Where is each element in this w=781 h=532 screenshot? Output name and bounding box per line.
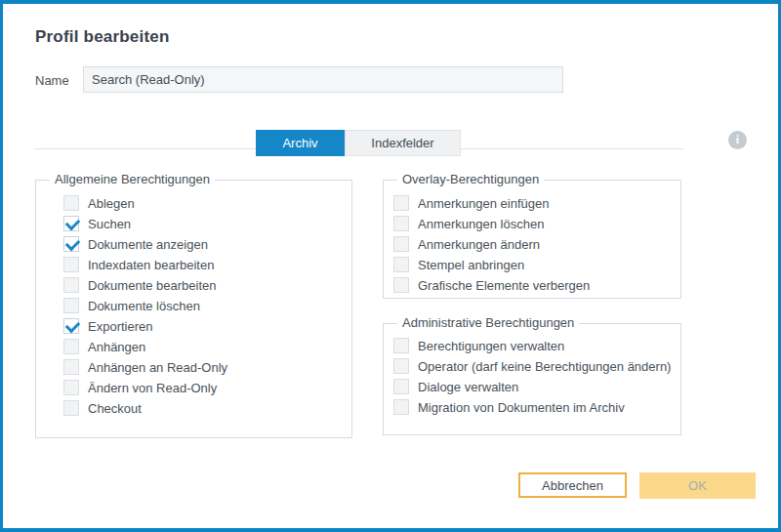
checkbox[interactable] xyxy=(63,400,79,416)
dialog-title: Profil bearbeiten xyxy=(35,27,170,47)
checkbox[interactable] xyxy=(393,277,409,293)
group-overlay-permissions: Overlay-Berechtigungen Anmerkungen einfü… xyxy=(383,180,681,299)
checkbox-row[interactable]: Operator (darf keine Berechtigungen ände… xyxy=(384,356,675,377)
group-legend: Allgemeine Berechtigungen xyxy=(50,172,215,186)
checkbox[interactable] xyxy=(393,257,409,272)
checkbox-row[interactable]: Dokumente bearbeiten xyxy=(54,275,346,296)
group-general-permissions: Allgemeine Berechtigungen Ablegen Suchen… xyxy=(35,180,352,438)
checkbox[interactable] xyxy=(393,195,409,211)
checkbox-label: Checkout xyxy=(88,401,142,416)
checkbox[interactable] xyxy=(63,216,79,231)
checkbox[interactable] xyxy=(63,277,79,293)
checkbox-label: Exportieren xyxy=(88,319,152,334)
checkbox-row[interactable]: Suchen xyxy=(54,214,346,234)
info-icon-glyph: i xyxy=(736,133,739,147)
checkbox-label: Anmerkungen ändern xyxy=(418,237,540,252)
group-legend: Administrative Berechtigungen xyxy=(397,315,579,330)
cancel-button[interactable]: Abbrechen xyxy=(518,472,627,498)
checkbox-list-administrative: Berechtigungen verwalten Operator (darf … xyxy=(384,336,675,418)
checkbox-label: Grafische Elemente verbergen xyxy=(418,278,590,293)
checkbox-list-overlay: Anmerkungen einfügen Anmerkungen löschen… xyxy=(384,193,675,296)
checkbox[interactable] xyxy=(393,216,409,231)
checkbox-label: Dialoge verwalten xyxy=(418,380,518,394)
checkbox-label: Indexdaten bearbeiten xyxy=(88,258,214,272)
checkbox[interactable] xyxy=(393,379,409,394)
checkbox[interactable] xyxy=(63,380,79,395)
checkbox[interactable] xyxy=(63,195,79,211)
checkbox[interactable] xyxy=(63,318,79,334)
checkbox-row[interactable]: Anhängen xyxy=(54,337,346,357)
tab-archiv[interactable]: Archiv xyxy=(256,130,345,156)
checkbox[interactable] xyxy=(393,338,409,353)
checkbox-label: Anmerkungen einfügen xyxy=(418,196,549,211)
checkbox-label: Anhängen xyxy=(88,340,145,354)
checkbox-row[interactable]: Indexdaten bearbeiten xyxy=(54,255,346,275)
checkbox-list-general: Ablegen Suchen Dokumente anzeigen Indexd… xyxy=(54,193,346,419)
checkbox-row[interactable]: Berechtigungen verwalten xyxy=(384,336,675,356)
checkbox-row[interactable]: Dokumente löschen xyxy=(54,296,346,316)
checkbox-row[interactable]: Dokumente anzeigen xyxy=(54,234,346,255)
checkbox-label: Ablegen xyxy=(88,196,135,211)
checkbox[interactable] xyxy=(393,236,409,252)
checkbox-row[interactable]: Ändern von Read-Only xyxy=(54,378,346,398)
checkbox[interactable] xyxy=(63,257,79,272)
checkbox-label: Migration von Dokumenten im Archiv xyxy=(418,400,625,415)
checkbox-label: Dokumente anzeigen xyxy=(88,237,208,252)
checkbox-row[interactable]: Anmerkungen einfügen xyxy=(384,193,675,214)
checkbox[interactable] xyxy=(63,359,79,375)
name-input[interactable] xyxy=(83,66,563,93)
checkbox-row[interactable]: Migration von Dokumenten im Archiv xyxy=(384,397,675,418)
checkbox-row[interactable]: Checkout xyxy=(54,398,346,419)
tab-indexfelder[interactable]: Indexfelder xyxy=(345,130,461,156)
checkbox-row[interactable]: Anmerkungen ändern xyxy=(384,234,675,255)
checkbox-label: Suchen xyxy=(88,217,131,231)
checkbox[interactable] xyxy=(63,236,79,252)
checkbox-row[interactable]: Anhängen an Read-Only xyxy=(54,357,346,378)
edit-profile-dialog: Profil bearbeiten Name Archiv Indexfelde… xyxy=(0,0,781,532)
group-legend: Overlay-Berechtigungen xyxy=(397,172,544,186)
checkbox-label: Dokumente bearbeiten xyxy=(88,278,217,293)
checkbox-row[interactable]: Ablegen xyxy=(54,193,346,214)
checkbox-row[interactable]: Stempel anbringen xyxy=(384,255,675,275)
ok-button[interactable]: OK xyxy=(639,472,756,499)
checkbox-row[interactable]: Dialoge verwalten xyxy=(384,377,675,397)
checkbox[interactable] xyxy=(63,339,79,354)
group-administrative-permissions: Administrative Berechtigungen Berechtigu… xyxy=(383,323,681,435)
checkbox-label: Berechtigungen verwalten xyxy=(418,339,564,353)
checkbox-row[interactable]: Anmerkungen löschen xyxy=(384,214,675,234)
checkbox-label: Ändern von Read-Only xyxy=(88,381,217,395)
checkbox-label: Dokumente löschen xyxy=(88,299,200,313)
checkbox[interactable] xyxy=(63,298,79,313)
checkbox-row[interactable]: Grafische Elemente verbergen xyxy=(384,275,675,296)
tab-bar: Archiv Indexfelder xyxy=(256,130,461,156)
checkbox-label: Anmerkungen löschen xyxy=(418,217,544,231)
info-icon[interactable]: i xyxy=(728,131,747,149)
checkbox[interactable] xyxy=(393,399,409,415)
checkbox-label: Operator (darf keine Berechtigungen ände… xyxy=(418,359,671,374)
checkbox-label: Anhängen an Read-Only xyxy=(88,360,227,375)
checkbox-row[interactable]: Exportieren xyxy=(54,316,346,337)
checkbox-label: Stempel anbringen xyxy=(418,258,524,272)
name-label: Name xyxy=(35,73,69,88)
checkbox[interactable] xyxy=(393,358,409,374)
